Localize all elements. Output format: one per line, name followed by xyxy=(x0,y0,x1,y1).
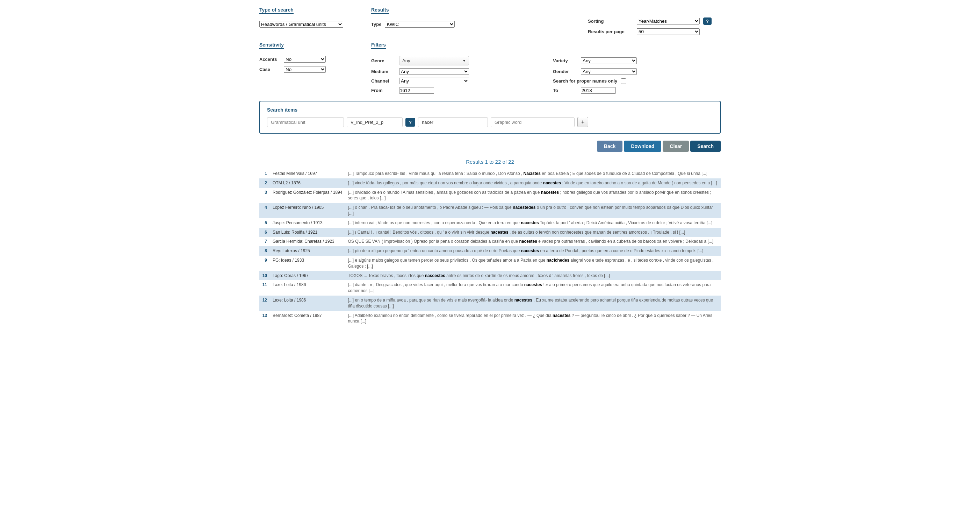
keyword: nacestes xyxy=(541,190,559,195)
keyword: Nacistes xyxy=(523,171,541,176)
table-row: 4 López Ferreiro: Niño / 1905 [...] o ch… xyxy=(259,203,721,218)
results-per-page-select[interactable]: 50 25 100 xyxy=(637,28,700,35)
type-label: Type xyxy=(371,22,381,27)
row-source: García Hermida: Charetas / 1923 xyxy=(270,237,345,246)
table-row: 13 Bernárdez: Cometa / 1987 [...] Adalbe… xyxy=(259,311,721,326)
sorting-help-btn[interactable]: ? xyxy=(703,18,711,25)
accents-label: Accents xyxy=(259,57,280,62)
medium-select[interactable]: Any Written Oral xyxy=(399,68,469,75)
accents-select[interactable]: No Yes xyxy=(284,56,326,62)
channel-label: Channel xyxy=(371,78,396,84)
graphic-word-input[interactable] xyxy=(491,117,574,127)
keyword: nacestes xyxy=(524,282,542,287)
keyword: nacestes xyxy=(514,298,532,303)
row-source: Rey: Latexos / 1925 xyxy=(270,246,345,256)
row-source: Laxe: Loita / 1986 xyxy=(270,280,345,295)
case-select[interactable]: No Yes xyxy=(284,66,326,73)
table-row: 2 OTM I,2 / 1876 [...] vinde tóda- las g… xyxy=(259,179,721,188)
filters-title: Filters xyxy=(371,42,386,49)
row-context: [...] o chan . Pra sacá- los de o seu an… xyxy=(345,203,721,218)
row-source: Bernárdez: Cometa / 1987 xyxy=(270,311,345,326)
results-per-page-label: Results per page xyxy=(588,29,633,34)
keyword: nacestes xyxy=(521,248,539,253)
row-source: Laxe: Loita / 1986 xyxy=(270,295,345,311)
table-row: 12 Laxe: Loita / 1986 [...] en o tempo d… xyxy=(259,295,721,311)
row-number: 12 xyxy=(259,295,270,311)
gender-label: Gender xyxy=(553,69,578,74)
row-number: 10 xyxy=(259,271,270,281)
row-context: [...] en o tempo de a miña avoa , para q… xyxy=(345,295,721,311)
genre-dropdown[interactable]: Any ▼ xyxy=(399,56,469,65)
row-source: San Luís: Rosiña / 1921 xyxy=(270,228,345,237)
row-number: 8 xyxy=(259,246,270,256)
row-number: 13 xyxy=(259,311,270,326)
proper-names-label: Search for proper names only xyxy=(553,78,617,84)
proper-names-checkbox[interactable] xyxy=(621,78,626,84)
from-input[interactable] xyxy=(399,87,434,94)
row-number: 9 xyxy=(259,256,270,271)
row-number: 2 xyxy=(259,179,270,188)
row-number: 6 xyxy=(259,228,270,237)
results-table: 1 Festas Minervais / 1697 [...] Tampouco… xyxy=(259,169,721,326)
table-row: 1 Festas Minervais / 1697 [...] Tampouco… xyxy=(259,169,721,179)
word-input[interactable] xyxy=(418,117,488,127)
medium-label: Medium xyxy=(371,69,396,74)
add-search-item-btn[interactable]: + xyxy=(578,117,588,127)
download-button[interactable]: Download xyxy=(624,140,661,152)
row-context: [...] pío de o xílgaro pequeno qu ' ento… xyxy=(345,246,721,256)
table-row: 10 Lago: Obras / 1967 TOXOS ... Toxos br… xyxy=(259,271,721,281)
table-row: 5 Jaspe: Pensamento / 1913 [...] inferno… xyxy=(259,218,721,228)
keyword: nacestes xyxy=(552,313,570,318)
table-row: 6 San Luís: Rosiña / 1921 [...] ¡ Cantai… xyxy=(259,228,721,237)
sorting-select[interactable]: Year/Matches Year Matches xyxy=(637,18,700,24)
keyword: nacéstedes xyxy=(513,205,535,210)
code-input[interactable] xyxy=(347,117,402,127)
variety-label: Variety xyxy=(553,58,578,63)
code-help-btn[interactable]: ? xyxy=(406,118,415,127)
row-context: [...] vinde tóda- las gallegas , por mái… xyxy=(345,179,721,188)
type-select[interactable]: KWIC Concordance List xyxy=(385,21,455,28)
genre-label: Genre xyxy=(371,58,396,63)
row-source: PG: Ideas / 1933 xyxy=(270,256,345,271)
table-row: 3 Rodríguez González: Folerpas / 1894 [.… xyxy=(259,188,721,203)
table-row: 9 PG: Ideas / 1933 [...] e algúns malos … xyxy=(259,256,721,271)
keyword: nacichedes xyxy=(547,258,570,263)
keyword: nacestes xyxy=(490,230,508,235)
variety-select[interactable]: Any xyxy=(581,57,637,64)
keyword: nacestes xyxy=(521,220,539,225)
row-source: Jaspe: Pensamento / 1913 xyxy=(270,218,345,228)
case-label: Case xyxy=(259,67,280,72)
clear-button[interactable]: Clear xyxy=(663,140,689,152)
row-context: [...] olvidado xa en o mundo ! Almas sen… xyxy=(345,188,721,203)
sorting-label: Sorting xyxy=(588,19,633,24)
back-button[interactable]: Back xyxy=(597,140,622,152)
row-number: 5 xyxy=(259,218,270,228)
table-row: 11 Laxe: Loita / 1986 [...] diante : « ¡… xyxy=(259,280,721,295)
gender-select[interactable]: Any Male Female xyxy=(581,68,637,75)
to-input[interactable] xyxy=(581,87,616,94)
type-of-search-title: Type of search xyxy=(259,7,294,14)
keyword: nacestes xyxy=(519,239,537,244)
keyword: nacestes xyxy=(543,180,561,185)
search-items-title: Search items xyxy=(267,107,713,113)
row-number: 3 xyxy=(259,188,270,203)
row-context: [...] diante : « ¡ Desgraciados , que vi… xyxy=(345,280,721,295)
row-number: 7 xyxy=(259,237,270,246)
row-source: OTM I,2 / 1876 xyxy=(270,179,345,188)
row-context: [...] Adalberto examinou no entón detida… xyxy=(345,311,721,326)
search-button[interactable]: Search xyxy=(690,140,721,152)
row-context: OS QUE SE VAN ( Improvisación ) Opreso p… xyxy=(345,237,721,246)
channel-select[interactable]: Any Formal Informal xyxy=(399,78,469,84)
grammatical-unit-input[interactable] xyxy=(267,117,344,127)
row-context: [...] e algúns malos galegos que temen p… xyxy=(345,256,721,271)
from-label: From xyxy=(371,88,396,93)
row-source: López Ferreiro: Niño / 1905 xyxy=(270,203,345,218)
table-row: 8 Rey: Latexos / 1925 [...] pío de o xíl… xyxy=(259,246,721,256)
row-context: TOXOS ... Toxos bravos , toxos irtos que… xyxy=(345,271,721,281)
row-source: Rodríguez González: Folerpas / 1894 xyxy=(270,188,345,203)
results-summary: Results 1 to 22 of 22 xyxy=(259,159,721,165)
row-number: 1 xyxy=(259,169,270,179)
type-of-search-select[interactable]: Headwords / Grammatical units Full text xyxy=(259,21,343,28)
search-items-box: Search items ? + xyxy=(259,101,721,134)
keyword: nascestes xyxy=(425,273,445,278)
